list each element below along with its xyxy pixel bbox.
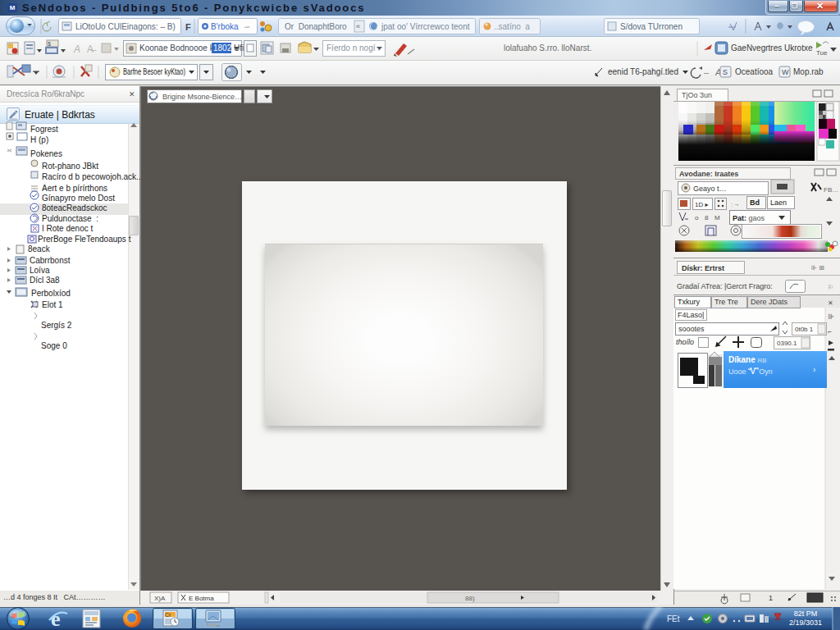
svg-text:Puldunoctase :: Puldunoctase : — [42, 214, 98, 223]
svg-text:Loíva: Loíva — [30, 266, 50, 275]
svg-text:GaeNvegrtres Ukrotxe: GaeNvegrtres Ukrotxe — [731, 43, 813, 52]
svg-text:Dískr: Ertrst: Dískr: Ertrst — [682, 264, 724, 272]
svg-text:›: › — [813, 365, 815, 374]
svg-text:Pokenes: Pokenes — [30, 149, 62, 158]
svg-text:..satíno a: ..satíno a — [494, 22, 530, 31]
svg-text:I Rote denoc t: I Rote denoc t — [42, 224, 93, 233]
svg-text:1: 1 — [769, 594, 773, 602]
svg-text:TjOo 3un: TjOo 3un — [682, 91, 712, 99]
svg-text:Dere JDats: Dere JDats — [751, 298, 788, 306]
svg-text:PrerBoge FleTendoaups t: PrerBoge FleTendoaups t — [38, 235, 131, 244]
svg-text:1D ▸: 1D ▸ — [695, 201, 708, 208]
svg-text:A̶: A̶ — [87, 43, 97, 55]
svg-text:Perbolxíod: Perbolxíod — [31, 289, 71, 298]
svg-text:FEt: FEt — [667, 614, 680, 623]
svg-text:F4Laso|: F4Laso| — [678, 311, 704, 319]
svg-text:88): 88) — [465, 595, 475, 602]
svg-text:Mop.rab: Mop.rab — [793, 67, 824, 76]
svg-text:Elot 1: Elot 1 — [42, 300, 63, 309]
svg-text:e: e — [51, 607, 61, 630]
svg-text:Tre Tre: Tre Tre — [714, 298, 738, 306]
svg-text:∽: ∽ — [244, 22, 250, 31]
svg-text:⊪ ⊞: ⊪ ⊞ — [811, 264, 824, 272]
svg-text:W: W — [782, 68, 789, 76]
svg-text:Tue: Tue — [816, 49, 828, 57]
svg-text:Barfne Besoer kyKtao): Barfne Besoer kyKtao) — [123, 67, 185, 76]
svg-text:X)A: X)A — [154, 595, 166, 602]
svg-text:1802: 1802 — [213, 43, 232, 52]
svg-text:0390.1: 0390.1 — [777, 340, 797, 347]
svg-text:eenid T6-pahgí.tled: eenid T6-pahgí.tled — [608, 67, 678, 76]
svg-text:8oteacReadsckoc: 8oteacReadsckoc — [42, 203, 107, 212]
svg-text:jpat oo' Vírrcrewco teont: jpat oo' Vírrcrewco teont — [381, 22, 470, 31]
svg-text:Aert e b pírírthons: Aert e b pírírthons — [42, 184, 107, 193]
svg-text:E Botma: E Botma — [189, 595, 214, 602]
svg-text:F: F — [185, 22, 191, 32]
svg-text:B'rboka: B'rboka — [211, 22, 239, 31]
svg-text:S: S — [723, 68, 728, 76]
svg-text:Laen: Laen — [770, 199, 787, 207]
svg-text:Gínapyro melo Dost: Gínapyro melo Dost — [42, 194, 115, 203]
svg-text:Racíro d b pecowojoh.ack..: Racíro d b pecowojoh.ack.. — [42, 172, 140, 181]
svg-text:M: M — [714, 214, 720, 221]
svg-text:⚐: ⚐ — [828, 284, 833, 291]
svg-text:Rot-phano JBkt: Rot-phano JBkt — [42, 162, 98, 171]
svg-text:Fíerdo n nogí .: Fíerdo n nogí . — [326, 43, 380, 52]
svg-text:Cr: Cr — [165, 612, 171, 618]
svg-text:lolafuaho S.rro. lloNarst.: lolafuaho S.rro. lloNarst. — [504, 43, 591, 52]
svg-text:Oceatíooa: Oceatíooa — [735, 67, 774, 76]
svg-text:o: o — [695, 214, 699, 221]
svg-text:Soge 0: Soge 0 — [41, 341, 67, 350]
svg-text:LiOtoUo CUlEinagons: – B): LiOtoUo CUlEinagons: – B) — [75, 22, 176, 31]
svg-text:Txkury: Txkury — [678, 298, 701, 306]
svg-text:--: -- — [704, 69, 709, 77]
svg-text:Dícl 3a8: Dícl 3a8 — [30, 276, 60, 285]
svg-text:«: « — [356, 22, 360, 30]
svg-text:Fogrest: Fogrest — [30, 125, 58, 134]
svg-text:Pat: gaos: Pat: gaos — [733, 214, 765, 222]
svg-text:✕: ✕ — [828, 299, 833, 307]
svg-text:: ¬: : ¬ — [731, 201, 738, 208]
svg-text:8eack: 8eack — [28, 244, 51, 253]
svg-text:soootes: soootes — [678, 325, 705, 333]
svg-text:Or DonaphtBoro: Or DonaphtBoro — [285, 22, 347, 31]
svg-text:Koonae Bodnoooe kebec Ufirl: Koonae Bodnoooe kebec Ufirl — [139, 43, 249, 52]
svg-text:A: A — [73, 43, 80, 55]
svg-text:Uooe ᏉOyn: Uooe ᏉOyn — [728, 366, 773, 376]
svg-text:8: 8 — [705, 214, 709, 221]
svg-text:Bd: Bd — [750, 199, 760, 207]
svg-text:Cabrrbonst: Cabrrbonst — [30, 256, 71, 265]
svg-text:0t0b 1: 0t0b 1 — [795, 326, 814, 333]
svg-text:H (p): H (p) — [30, 135, 48, 144]
svg-text:Díkane RB: Díkane RB — [728, 355, 767, 364]
svg-text:Avodane: Iraates: Avodane: Iraates — [679, 170, 738, 178]
svg-text:⊪: ⊪ — [828, 313, 834, 321]
svg-text:⌐: ⌐ — [828, 328, 832, 336]
svg-text:$: $ — [48, 41, 51, 47]
svg-text:S/dova TUrronen: S/dova TUrronen — [620, 22, 682, 31]
svg-text:Gradaí ATrea: |Gercrt Fragro:: Gradaí ATrea: |Gercrt Fragro: — [677, 282, 773, 290]
svg-text:Geayo t…: Geayo t… — [693, 185, 727, 193]
svg-text:Sergís 2: Sergís 2 — [41, 321, 72, 330]
svg-text:FB…: FB… — [824, 186, 838, 194]
svg-text:thoílo: thoílo — [676, 338, 694, 346]
